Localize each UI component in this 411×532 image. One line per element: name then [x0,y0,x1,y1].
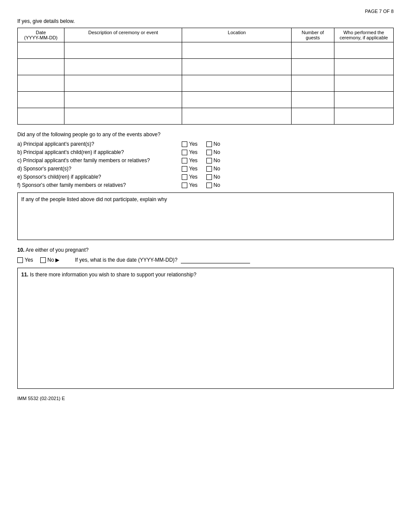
table-cell-guests-1[interactable] [292,42,334,59]
question-11-label: 11. Is there more information you wish t… [21,272,196,278]
checkbox-f-no[interactable]: No [206,182,220,188]
no-label-c: No [214,157,220,163]
question-10-row: Yes No ▶ If yes, what is the due date (Y… [17,256,394,263]
table-row [18,42,394,59]
table-cell-location-4[interactable] [182,92,292,108]
footer: IMM 5532 (02-2021) E [17,396,394,401]
no-label-f: No [214,182,220,188]
checkbox-box-d-yes[interactable] [182,166,187,172]
due-date-input[interactable] [181,256,250,263]
attendance-question: Did any of the following people go to an… [17,131,394,138]
checkbox-box-b-no[interactable] [206,150,212,155]
table-cell-performer-4[interactable] [334,92,393,108]
attendance-row-c: c) Principal applicant's other family me… [17,157,394,163]
table-cell-location-1[interactable] [182,42,292,59]
table-cell-guests-5[interactable] [292,108,334,125]
question-10-number: 10. [17,247,25,253]
table-cell-desc-1[interactable] [64,42,182,59]
page-container: PAGE 7 OF 8 If yes, give details below. … [17,9,394,401]
table-cell-performer-1[interactable] [334,42,393,59]
col-header-description: Description of ceremony or event [64,28,182,42]
no-label-e: No [214,174,220,180]
table-cell-performer-3[interactable] [334,75,393,92]
explain-box-label: If any of the people listed above did no… [21,196,167,202]
checkbox-f-yes[interactable]: Yes [182,182,198,188]
table-cell-performer-2[interactable] [334,59,393,75]
checkbox-d-no[interactable]: No [206,166,220,172]
intro-text: If yes, give details below. [17,18,394,24]
yes-label-f: Yes [189,182,198,188]
yes-label-d: Yes [189,166,198,172]
table-cell-date-5[interactable] [18,108,64,125]
table-row [18,92,394,108]
checkbox-box-e-yes[interactable] [182,174,187,180]
checkbox-box-pregnant-no[interactable] [40,257,46,263]
attendance-row-f: f) Sponsor's other family members or rel… [17,182,394,188]
attendance-row-a: a) Principal applicant's parent(s)? Yes … [17,141,394,147]
attendance-label-a: a) Principal applicant's parent(s)? [17,141,182,147]
col-header-date: Date(YYYY-MM-DD) [18,28,64,42]
pregnant-yes-label: Yes [25,257,33,263]
checkbox-a-no[interactable]: No [206,141,220,147]
checkbox-b-no[interactable]: No [206,149,220,155]
attendance-label-b: b) Principal applicant's child(ren) if a… [17,149,182,155]
table-row [18,59,394,75]
table-cell-date-4[interactable] [18,92,64,108]
no-label-a: No [214,141,220,147]
checkbox-box-f-yes[interactable] [182,183,187,188]
attendance-row-d: d) Sponsor's parent(s)? Yes No [17,166,394,172]
question-10-label: 10. Are either of you pregnant? [17,247,394,253]
table-cell-location-2[interactable] [182,59,292,75]
table-row [18,75,394,92]
no-label-d: No [214,166,220,172]
table-cell-guests-4[interactable] [292,92,334,108]
table-cell-guests-2[interactable] [292,59,334,75]
checkbox-e-no[interactable]: No [206,174,220,180]
checkbox-box-c-yes[interactable] [182,158,187,163]
table-cell-date-3[interactable] [18,75,64,92]
table-cell-desc-4[interactable] [64,92,182,108]
checkbox-e-yes[interactable]: Yes [182,174,198,180]
yes-label-e: Yes [189,174,198,180]
checkbox-box-a-no[interactable] [206,141,212,147]
question-11-number: 11. [21,272,29,278]
checkbox-pregnant-yes[interactable]: Yes [17,257,33,263]
checkbox-box-d-no[interactable] [206,166,212,172]
table-cell-desc-2[interactable] [64,59,182,75]
table-cell-date-1[interactable] [18,42,64,59]
attendance-row-e: e) Sponsor's child(ren) if applicable? Y… [17,174,394,180]
checkbox-box-a-yes[interactable] [182,141,187,147]
checkbox-box-e-no[interactable] [206,174,212,180]
checkbox-box-f-no[interactable] [206,183,212,188]
checkbox-d-yes[interactable]: Yes [182,166,198,172]
table-cell-location-3[interactable] [182,75,292,92]
table-cell-desc-5[interactable] [64,108,182,125]
table-cell-location-5[interactable] [182,108,292,125]
col-header-guests: Number of guests [292,28,334,42]
checkbox-box-b-yes[interactable] [182,150,187,155]
table-cell-desc-3[interactable] [64,75,182,92]
checkbox-c-no[interactable]: No [206,157,220,163]
table-cell-date-2[interactable] [18,59,64,75]
explain-box[interactable]: If any of the people listed above did no… [17,192,394,240]
page-number: PAGE 7 OF 8 [17,9,394,14]
checkbox-c-yes[interactable]: Yes [182,157,198,163]
checkbox-box-pregnant-yes[interactable] [17,257,23,263]
yes-label-b: Yes [189,149,198,155]
table-cell-guests-3[interactable] [292,75,334,92]
attendance-label-f: f) Sponsor's other family members or rel… [17,182,182,188]
checkbox-pregnant-no[interactable]: No ▶ [40,257,60,263]
question-11-box[interactable]: 11. Is there more information you wish t… [17,268,394,389]
no-label-b: No [214,149,220,155]
table-row [18,108,394,125]
pregnant-no-label: No ▶ [48,257,60,263]
attendance-label-e: e) Sponsor's child(ren) if applicable? [17,174,182,180]
checkbox-a-yes[interactable]: Yes [182,141,198,147]
attendance-section: Did any of the following people go to an… [17,131,394,188]
attendance-label-d: d) Sponsor's parent(s)? [17,166,182,172]
checkbox-b-yes[interactable]: Yes [182,149,198,155]
attendance-row-b: b) Principal applicant's child(ren) if a… [17,149,394,155]
yes-label-a: Yes [189,141,198,147]
checkbox-box-c-no[interactable] [206,158,212,163]
table-cell-performer-5[interactable] [334,108,393,125]
